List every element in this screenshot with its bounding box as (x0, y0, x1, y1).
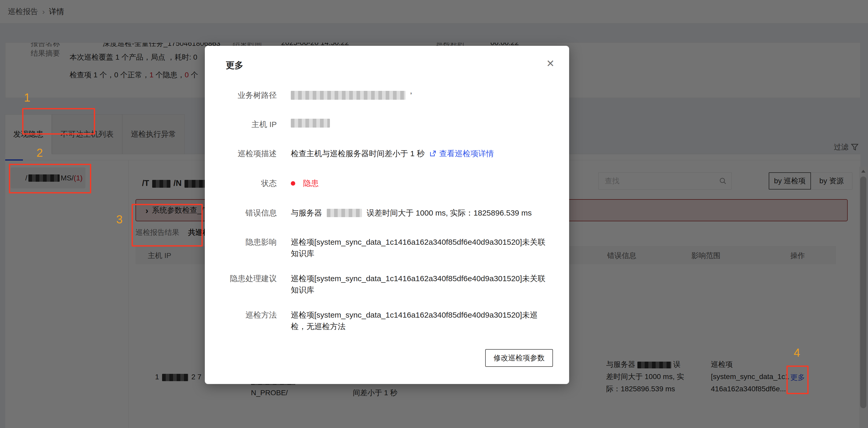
field-label: 巡检项描述 (226, 148, 277, 159)
status-value: 隐患 (303, 177, 319, 189)
field-label: 隐患影响 (226, 236, 277, 248)
inspection-report-detail-page: 巡检报告 › 详情 报告名称 深度巡检-全量任务_1750461806863 结… (0, 0, 868, 428)
censored-business-path (291, 91, 405, 100)
modal-row-method: 巡检方法 巡检项[system_sync_data_1c1416a162a340… (226, 309, 554, 332)
more-details-modal: 更多 ✕ 业务树路径 ’ 主机 IP 巡检项描述 检查主机与巡检服务器时间差小于… (205, 46, 569, 384)
modal-title: 更多 (226, 59, 243, 71)
field-label: 业务树路径 (226, 90, 277, 101)
modal-row-advice: 隐患处理建议 巡检项[system_sync_data_1c1416a162a3… (226, 273, 554, 296)
external-link-icon (429, 150, 436, 157)
field-label: 隐患处理建议 (226, 273, 277, 284)
modal-row-check-desc: 巡检项描述 检查主机与巡检服务器时间差小于 1 秒 查看巡检项详情 (226, 148, 554, 159)
check-desc-value: 检查主机与巡检服务器时间差小于 1 秒 (291, 148, 425, 159)
field-label: 主机 IP (226, 119, 277, 130)
status-dot-icon (291, 181, 295, 186)
modify-check-params-button[interactable]: 修改巡检项参数 (485, 349, 553, 367)
method-value: 巡检项[system_sync_data_1c1416a162a340f85df… (291, 309, 549, 332)
modal-row-error: 错误信息 与服务器 误差时间大于 1000 ms, 实际：1825896.539… (226, 207, 554, 219)
censored-server-ip (327, 209, 362, 217)
view-check-item-link[interactable]: 查看巡检项详情 (429, 148, 494, 159)
error-prefix: 与服务器 (291, 207, 322, 219)
impact-value: 巡检项[system_sync_data_1c1416a162a340f85df… (291, 236, 549, 259)
modal-row-business-path: 业务树路径 ’ (226, 90, 554, 101)
error-suffix: 误差时间大于 1000 ms, 实际：1825896.539 ms (367, 207, 532, 219)
path-trailing-mark: ’ (410, 90, 412, 101)
modal-row-impact: 隐患影响 巡检项[system_sync_data_1c1416a162a340… (226, 236, 554, 259)
link-label: 查看巡检项详情 (439, 148, 494, 159)
field-label: 巡检方法 (226, 309, 277, 321)
field-label: 错误信息 (226, 207, 277, 219)
modal-row-status: 状态 隐患 (226, 177, 554, 189)
advice-value: 巡检项[system_sync_data_1c1416a162a340f85df… (291, 273, 549, 296)
censored-host-ip (291, 119, 330, 128)
close-icon[interactable]: ✕ (546, 58, 555, 69)
modal-row-host-ip: 主机 IP (226, 119, 554, 130)
field-label: 状态 (226, 177, 277, 189)
